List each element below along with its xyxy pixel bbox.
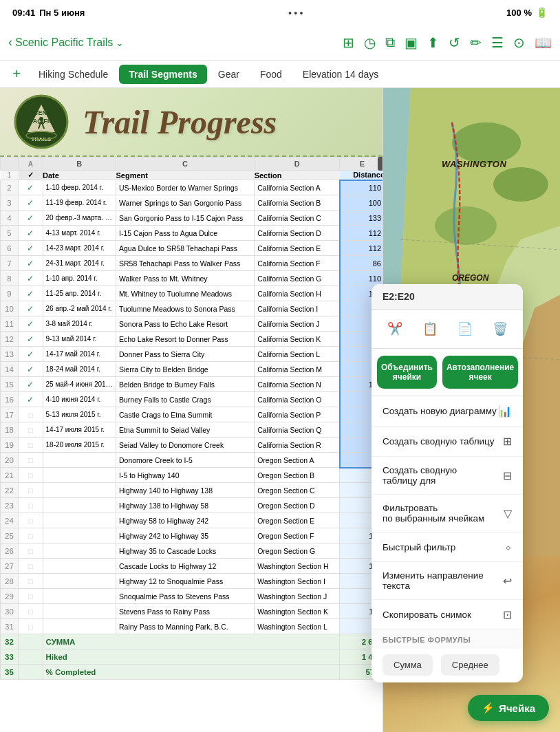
status-dots: • • • bbox=[288, 8, 303, 18]
copy-icon[interactable]: ⧉ bbox=[385, 34, 395, 50]
change-text-dir-item[interactable]: Изменить направлениетекста ↩ bbox=[371, 562, 523, 600]
cell-quick-button[interactable]: ⚡ Ячейка bbox=[468, 695, 549, 721]
undo-icon[interactable]: ↺ bbox=[449, 34, 460, 51]
text-dir-icon: ↩ bbox=[503, 574, 512, 588]
lightning-icon: ⚡ bbox=[482, 702, 495, 714]
list-icon[interactable]: ☰ bbox=[491, 34, 504, 51]
main-content: SCENIC PACIFIC TRAILS Trail Progress A bbox=[0, 88, 560, 732]
book-icon[interactable]: 📖 bbox=[535, 34, 552, 51]
nav-back-label[interactable]: Scenic Pacific Trails bbox=[15, 36, 113, 49]
create-pivot-for-item[interactable]: Создать своднуютаблицу для ⊟ bbox=[371, 457, 523, 495]
cut-button[interactable]: ✂️ bbox=[381, 316, 409, 341]
context-menu: E2:E20 ✂️ 📋 📄 🗑️ Объединитьячейки Автоза… bbox=[371, 284, 523, 682]
filter-icon: ▽ bbox=[504, 507, 512, 520]
nav-bar: ‹ Scenic Pacific Trails ⌄ ⊞ ◷ ⧉ ▣ ⬆ ↺ ✏ … bbox=[0, 25, 560, 61]
create-chart-item[interactable]: Создать новую диаграмму 📊 bbox=[371, 396, 523, 427]
tab-gear[interactable]: Gear bbox=[208, 65, 249, 84]
quick-filter-icon: ⬦ bbox=[505, 541, 512, 553]
back-chevron-icon: ‹ bbox=[8, 35, 12, 50]
merge-cells-button[interactable]: Объединитьячейки bbox=[377, 356, 437, 389]
create-chart-label: Создать новую диаграмму bbox=[383, 406, 497, 416]
quick-filter-label: Быстрый фильтр bbox=[383, 542, 455, 552]
clock-icon[interactable]: ◷ bbox=[364, 34, 376, 51]
quick-filter-item[interactable]: Быстрый фильтр ⬦ bbox=[371, 532, 523, 562]
create-pivot-item[interactable]: Создать сводную таблицу ⊞ bbox=[371, 427, 523, 457]
tab-bar: + Hiking Schedule Trail Segments Gear Fo… bbox=[0, 61, 560, 88]
status-left: 09:41 Пн 5 июня bbox=[12, 8, 85, 18]
copy-button[interactable]: 📋 bbox=[416, 316, 444, 341]
pencil-icon[interactable]: ✏ bbox=[470, 34, 482, 51]
paste-button[interactable]: 📄 bbox=[451, 316, 479, 341]
time: 09:41 bbox=[12, 8, 35, 18]
copy-snapshot-item[interactable]: Скопировать снимок ⊡ bbox=[371, 600, 523, 630]
chart-icon: 📊 bbox=[498, 405, 512, 418]
merge-autofill-row: Объединитьячейки Автозаполнениеячеек bbox=[371, 349, 523, 396]
delete-button[interactable]: 🗑️ bbox=[486, 316, 514, 341]
battery-icon: 🔋 bbox=[536, 7, 548, 18]
date: Пн 5 июня bbox=[39, 8, 85, 18]
context-menu-overlay: E2:E20 ✂️ 📋 📄 🗑️ Объединитьячейки Автоза… bbox=[0, 88, 560, 732]
nav-dropdown-icon[interactable]: ⌄ bbox=[116, 37, 124, 48]
change-text-dir-label: Изменить направлениетекста bbox=[383, 570, 484, 591]
add-tab-button[interactable]: + bbox=[6, 63, 28, 85]
cell-button-label: Ячейка bbox=[499, 702, 535, 714]
status-bar: 09:41 Пн 5 июня • • • 100 % 🔋 bbox=[0, 0, 560, 25]
back-button[interactable]: ‹ Scenic Pacific Trails ⌄ bbox=[8, 35, 124, 50]
autofill-button[interactable]: Автозаполнениеячеек bbox=[442, 356, 518, 389]
image-icon[interactable]: ▣ bbox=[405, 34, 418, 51]
pivot-icon: ⊞ bbox=[503, 435, 512, 448]
share-icon[interactable]: ⬆ bbox=[427, 34, 439, 51]
quick-formulas-row: Сумма Среднее bbox=[371, 647, 523, 682]
create-pivot-for-label: Создать своднуютаблицу для bbox=[383, 465, 457, 486]
sum-formula-button[interactable]: Сумма bbox=[383, 654, 433, 676]
selection-range-label: E2:E20 bbox=[371, 284, 523, 310]
filter-selected-item[interactable]: Фильтроватьпо выбранным ячейкам ▽ bbox=[371, 495, 523, 532]
context-menu-icon-row: ✂️ 📋 📄 🗑️ bbox=[371, 310, 523, 349]
copy-snapshot-label: Скопировать снимок bbox=[383, 610, 471, 620]
pivot-for-icon: ⊟ bbox=[503, 469, 512, 482]
tab-elevation[interactable]: Elevation 14 days bbox=[293, 65, 389, 84]
battery: 100 % bbox=[506, 8, 532, 18]
status-right: 100 % 🔋 bbox=[506, 7, 548, 18]
create-pivot-label: Создать сводную таблицу bbox=[383, 436, 495, 446]
tab-hiking-schedule[interactable]: Hiking Schedule bbox=[29, 65, 118, 84]
nav-tools: ⊞ ◷ ⧉ ▣ ⬆ ↺ ✏ ☰ ⊙ 📖 bbox=[343, 34, 552, 51]
tab-trail-segments[interactable]: Trail Segments bbox=[119, 65, 207, 84]
quick-formulas-header: БЫСТРЫЕ ФОРМУЛЫ bbox=[371, 630, 523, 647]
snapshot-icon: ⊡ bbox=[503, 608, 512, 621]
filter-selected-label: Фильтроватьпо выбранным ячейкам bbox=[383, 503, 484, 524]
table-view-icon[interactable]: ⊞ bbox=[343, 34, 354, 51]
average-formula-button[interactable]: Среднее bbox=[441, 654, 499, 676]
tab-food[interactable]: Food bbox=[250, 65, 292, 84]
bubble-icon[interactable]: ⊙ bbox=[513, 34, 525, 51]
